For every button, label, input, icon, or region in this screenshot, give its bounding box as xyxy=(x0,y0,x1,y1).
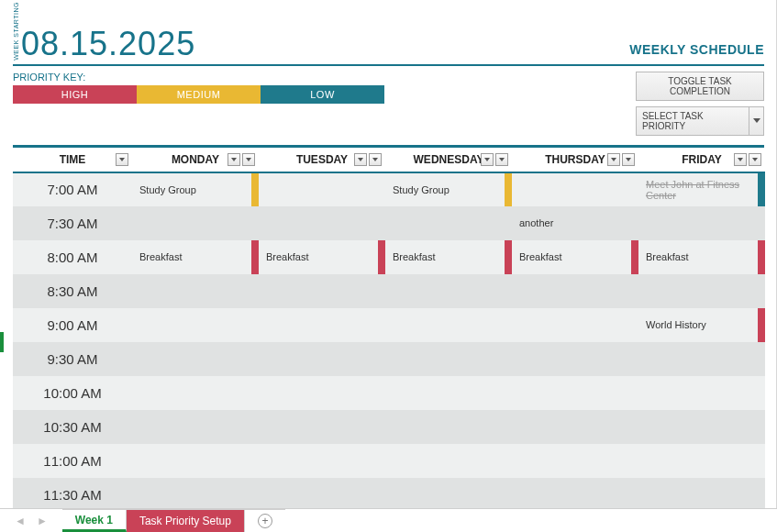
schedule-cell[interactable] xyxy=(385,444,512,478)
schedule-cell[interactable] xyxy=(132,478,259,512)
col-header-wed-label: WEDNESDAY xyxy=(414,153,484,166)
schedule-cell[interactable] xyxy=(385,274,512,308)
filter-button[interactable] xyxy=(495,153,508,166)
schedule-cell[interactable]: Study Group xyxy=(132,172,259,206)
priority-bar xyxy=(251,173,259,206)
schedule-cell[interactable] xyxy=(259,172,385,206)
filter-button[interactable] xyxy=(228,153,240,166)
schedule-cell[interactable] xyxy=(259,478,385,512)
chevron-down-icon xyxy=(626,158,631,161)
time-cell[interactable]: 11:00 AM xyxy=(13,444,132,478)
schedule-cell[interactable] xyxy=(512,308,638,342)
event-label: another xyxy=(517,206,629,240)
time-cell[interactable]: 10:30 AM xyxy=(13,410,132,444)
schedule-cell[interactable]: World History xyxy=(638,308,765,342)
schedule-cell[interactable] xyxy=(259,308,385,342)
chevron-down-icon xyxy=(611,158,616,161)
sheet-tab-week1[interactable]: Week 1 xyxy=(62,509,127,532)
schedule-cell[interactable] xyxy=(385,410,512,444)
filter-button[interactable] xyxy=(369,153,382,166)
schedule-cell[interactable]: Breakfast xyxy=(638,240,765,274)
schedule-cell[interactable] xyxy=(512,478,638,512)
schedule-cell[interactable] xyxy=(512,172,638,206)
toggle-completion-button[interactable]: TOGGLE TASK COMPLETION xyxy=(636,72,764,101)
schedule-cell[interactable] xyxy=(132,410,259,444)
sheet-tab-priority-setup[interactable]: Task Priority Setup xyxy=(127,509,245,532)
filter-button[interactable] xyxy=(116,153,128,166)
time-cell[interactable]: 7:30 AM xyxy=(13,206,132,240)
schedule-cell[interactable]: Meet John at Fitness Center xyxy=(638,172,765,206)
schedule-cell[interactable]: Breakfast xyxy=(385,240,512,274)
time-cell[interactable]: 11:30 AM xyxy=(13,478,132,512)
col-header-mon: MONDAY xyxy=(132,148,259,172)
select-priority-dropdown[interactable]: SELECT TASK PRIORITY xyxy=(636,106,764,136)
schedule-cell[interactable]: Breakfast xyxy=(259,240,385,274)
priority-bar xyxy=(378,240,385,274)
schedule-cell[interactable] xyxy=(638,478,765,512)
schedule-cell[interactable] xyxy=(259,376,385,410)
schedule-cell[interactable]: Study Group xyxy=(385,172,512,206)
table-row: 7:00 AMStudy GroupStudy GroupMeet John a… xyxy=(13,172,765,206)
col-header-fri: FRIDAY xyxy=(638,148,765,172)
schedule-cell[interactable] xyxy=(132,308,259,342)
schedule-cell[interactable] xyxy=(638,274,765,308)
time-cell[interactable]: 9:00 AM xyxy=(13,308,132,342)
schedule-cell[interactable] xyxy=(512,376,638,410)
plus-icon: + xyxy=(258,514,272,528)
event-label: Meet John at Fitness Center xyxy=(644,173,756,206)
schedule-cell[interactable] xyxy=(385,342,512,376)
filter-button[interactable] xyxy=(242,153,255,166)
schedule-cell[interactable] xyxy=(259,206,385,240)
schedule-cell[interactable] xyxy=(638,206,765,240)
schedule-cell[interactable]: another xyxy=(512,206,638,240)
filter-button[interactable] xyxy=(734,153,747,166)
schedule-cell[interactable] xyxy=(512,342,638,376)
schedule-cell[interactable] xyxy=(259,410,385,444)
event-label: Breakfast xyxy=(264,240,376,274)
chevron-down-icon xyxy=(231,158,237,161)
time-cell[interactable]: 7:00 AM xyxy=(13,172,132,206)
filter-button[interactable] xyxy=(622,153,635,166)
week-start-date: 08.15.2025 xyxy=(21,28,195,61)
schedule-cell[interactable] xyxy=(638,444,765,478)
schedule-cell[interactable] xyxy=(512,274,638,308)
time-cell[interactable]: 8:30 AM xyxy=(13,274,132,308)
schedule-cell[interactable] xyxy=(259,274,385,308)
event-label: Study Group xyxy=(138,173,250,206)
schedule-cell[interactable] xyxy=(385,478,512,512)
schedule-cell[interactable]: Breakfast xyxy=(132,240,259,274)
time-cell[interactable]: 10:00 AM xyxy=(13,376,132,410)
sheet-nav-next-icon[interactable]: ► xyxy=(37,515,48,527)
time-cell[interactable]: 8:00 AM xyxy=(13,240,132,274)
time-cell[interactable]: 9:30 AM xyxy=(13,342,132,376)
filter-button[interactable] xyxy=(749,153,761,166)
table-row: 11:00 AM xyxy=(13,444,765,478)
schedule-cell[interactable] xyxy=(132,342,259,376)
schedule-cell[interactable] xyxy=(512,444,638,478)
sheet-nav-prev-icon[interactable]: ◄ xyxy=(15,515,26,527)
schedule-cell[interactable] xyxy=(638,376,765,410)
filter-button[interactable] xyxy=(354,153,367,166)
schedule-cell[interactable] xyxy=(512,410,638,444)
schedule-cell[interactable] xyxy=(385,376,512,410)
schedule-cell[interactable] xyxy=(638,410,765,444)
priority-bar xyxy=(758,240,765,274)
schedule-table: TIME MONDAY TUESDAY xyxy=(13,148,765,532)
schedule-cell[interactable] xyxy=(385,308,512,342)
col-header-wed: WEDNESDAY xyxy=(385,148,512,172)
schedule-cell[interactable] xyxy=(132,274,259,308)
schedule-cell[interactable] xyxy=(132,206,259,240)
new-sheet-button[interactable]: + xyxy=(245,509,285,532)
col-header-thu: THURSDAY xyxy=(512,148,638,172)
schedule-cell[interactable] xyxy=(132,444,259,478)
schedule-cell[interactable] xyxy=(259,444,385,478)
filter-button[interactable] xyxy=(481,153,494,166)
schedule-cell[interactable] xyxy=(259,342,385,376)
chevron-down-icon xyxy=(749,107,763,135)
col-header-tue: TUESDAY xyxy=(259,148,385,172)
filter-button[interactable] xyxy=(607,153,620,166)
schedule-cell[interactable] xyxy=(385,206,512,240)
schedule-cell[interactable]: Breakfast xyxy=(512,240,638,274)
schedule-cell[interactable] xyxy=(638,342,765,376)
schedule-cell[interactable] xyxy=(132,376,259,410)
